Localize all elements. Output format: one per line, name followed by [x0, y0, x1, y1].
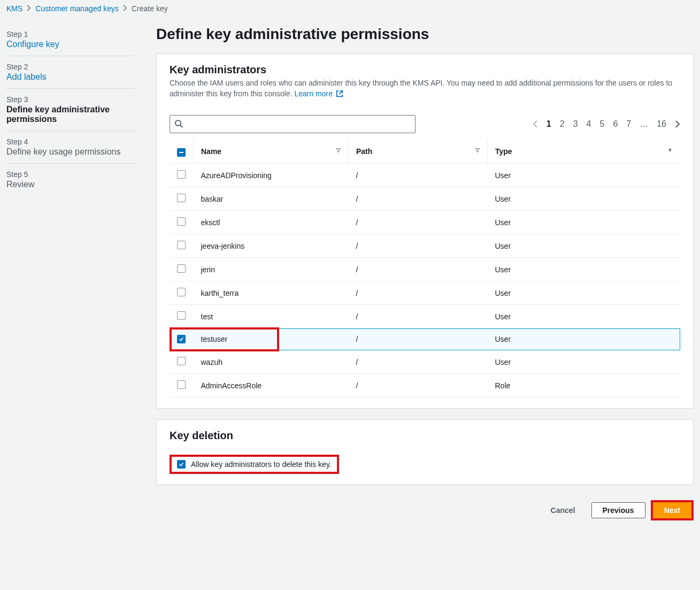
col-type[interactable]: Type▼ — [488, 140, 681, 164]
col-path[interactable]: Path▽ — [349, 140, 488, 164]
cancel-button[interactable]: Cancel — [540, 503, 586, 518]
cell-name: AzureADProvisioning — [194, 164, 349, 187]
search-field[interactable] — [187, 120, 411, 128]
breadcrumb-current: Create key — [132, 4, 168, 13]
cell-path: / — [349, 187, 488, 211]
row-checkbox-cell[interactable] — [170, 328, 194, 350]
row-checkbox-cell[interactable] — [170, 187, 194, 211]
cell-type: User — [488, 350, 681, 374]
step-2[interactable]: Step 2 Add labels — [6, 56, 135, 89]
cell-type: User — [488, 328, 681, 350]
checkbox-checked-icon — [177, 335, 186, 343]
row-checkbox-cell[interactable] — [170, 305, 194, 328]
table-row[interactable]: testuser/User — [170, 328, 680, 350]
row-checkbox-cell[interactable] — [170, 234, 194, 258]
checkbox-empty-icon — [177, 380, 186, 389]
annotation-highlight: Next — [651, 500, 694, 520]
cell-name: wazuh — [194, 350, 349, 374]
search-input[interactable] — [170, 115, 416, 133]
sort-icon: ▽ — [475, 147, 480, 153]
wizard-steps: Step 1 Configure key Step 2 Add labels S… — [6, 17, 135, 196]
col-name[interactable]: Name▽ — [194, 140, 349, 164]
checkbox-empty-icon — [177, 264, 186, 273]
search-icon — [174, 119, 183, 129]
row-checkbox-cell[interactable] — [170, 374, 194, 397]
table-row[interactable]: jerin/User — [170, 258, 680, 281]
table-row[interactable]: karthi_terra/User — [170, 281, 680, 305]
breadcrumb-customer-managed-keys[interactable]: Customer managed keys — [35, 4, 119, 13]
admins-heading: Key administrators — [170, 64, 680, 76]
cell-type: User — [488, 234, 681, 258]
allow-delete-checkbox[interactable] — [177, 460, 186, 469]
table-row[interactable]: wazuh/User — [170, 350, 680, 374]
cell-name: karthi_terra — [194, 281, 349, 305]
row-checkbox-cell[interactable] — [170, 350, 194, 374]
cell-type: User — [488, 187, 681, 211]
pagination-next[interactable] — [675, 120, 680, 128]
svg-point-0 — [175, 120, 181, 126]
checkbox-empty-icon — [177, 311, 186, 320]
cell-name: baskar — [194, 187, 349, 211]
checkbox-empty-icon — [177, 170, 186, 179]
key-administrators-panel: Key administrators Choose the IAM users … — [156, 53, 694, 409]
chevron-right-icon — [123, 4, 127, 13]
page-title: Define key administrative permissions — [156, 17, 694, 53]
cell-path: / — [349, 281, 488, 305]
annotation-highlight: Allow key administrators to delete this … — [170, 455, 339, 474]
sort-icon: ▽ — [336, 147, 341, 153]
table-row[interactable]: jeeva-jenkins/User — [170, 234, 680, 258]
select-all-checkbox[interactable] — [170, 140, 194, 164]
row-checkbox-cell[interactable] — [170, 211, 194, 234]
next-button[interactable]: Next — [653, 502, 691, 518]
step-1[interactable]: Step 1 Configure key — [6, 24, 135, 56]
cell-type: User — [488, 281, 681, 305]
table-row[interactable]: baskar/User — [170, 187, 680, 211]
sort-desc-icon: ▼ — [667, 147, 673, 153]
row-checkbox-cell[interactable] — [170, 164, 194, 187]
checkbox-empty-icon — [177, 357, 186, 365]
step-5: Step 5 Review — [6, 164, 135, 196]
checkbox-empty-icon — [177, 288, 186, 296]
cell-type: User — [488, 305, 681, 328]
page-6[interactable]: 6 — [613, 119, 618, 129]
page-5[interactable]: 5 — [599, 119, 604, 129]
cell-path: / — [349, 328, 488, 350]
page-7[interactable]: 7 — [626, 119, 631, 129]
page-4[interactable]: 4 — [587, 119, 591, 129]
cell-name: test — [194, 305, 349, 328]
breadcrumb-kms[interactable]: KMS — [6, 4, 22, 13]
pagination: 1 2 3 4 5 6 7 … 16 — [533, 119, 680, 129]
page-ellipsis: … — [640, 119, 648, 129]
row-checkbox-cell[interactable] — [170, 258, 194, 281]
deletion-heading: Key deletion — [170, 430, 680, 442]
page-2[interactable]: 2 — [560, 119, 565, 129]
indeterminate-icon — [177, 148, 186, 157]
page-16[interactable]: 16 — [657, 119, 666, 129]
cell-path: / — [349, 374, 488, 397]
cell-path: / — [349, 350, 488, 374]
page-1[interactable]: 1 — [547, 119, 551, 129]
cell-name: AdminAccessRole — [194, 374, 349, 397]
table-row[interactable]: AzureADProvisioning/User — [170, 164, 680, 187]
cell-path: / — [349, 211, 488, 234]
row-checkbox-cell[interactable] — [170, 281, 194, 305]
cell-type: User — [488, 211, 681, 234]
learn-more-link[interactable]: Learn more — [294, 89, 343, 98]
cell-name: testuser — [194, 328, 349, 350]
cell-path: / — [349, 234, 488, 258]
allow-delete-label: Allow key administrators to delete this … — [191, 460, 332, 469]
key-deletion-panel: Key deletion Allow key administrators to… — [156, 419, 694, 485]
admins-description: Choose the IAM users and roles who can a… — [170, 78, 680, 100]
page-3[interactable]: 3 — [573, 119, 578, 129]
table-row[interactable]: test/User — [170, 305, 680, 328]
previous-button[interactable]: Previous — [591, 502, 645, 518]
cell-type: User — [488, 258, 681, 281]
breadcrumb: KMS Customer managed keys Create key — [0, 0, 700, 17]
cell-name: eksctl — [194, 211, 349, 234]
table-row[interactable]: AdminAccessRole/Role — [170, 374, 680, 397]
checkbox-empty-icon — [177, 241, 186, 249]
table-row[interactable]: eksctl/User — [170, 211, 680, 234]
cell-type: Role — [488, 374, 681, 397]
cell-path: / — [349, 164, 488, 187]
chevron-right-icon — [27, 4, 31, 13]
